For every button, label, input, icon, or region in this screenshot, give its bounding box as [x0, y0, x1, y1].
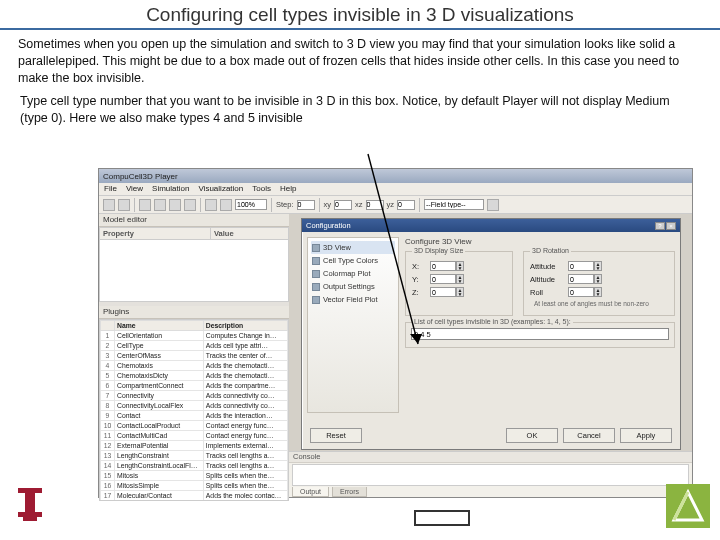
dialog-titlebar[interactable]: Configuration ?× — [302, 219, 680, 232]
nav-output[interactable]: Output Settings — [311, 280, 395, 293]
plugin-row[interactable]: 8ConnectivityLocalFlexAdds connectivity … — [101, 401, 288, 411]
dialog-close-icon[interactable]: × — [666, 222, 676, 230]
plugin-row[interactable]: 5ChemotaxisDictyAdds the chemotacti… — [101, 371, 288, 381]
plugin-row[interactable]: 12ExternalPotentialImplements external… — [101, 441, 288, 451]
app-title: CompuCell3D Player — [103, 172, 178, 181]
plugin-row[interactable]: 15MitosisSplits cells when the… — [101, 471, 288, 481]
y-spinner[interactable]: ▲▼ — [456, 274, 464, 284]
plugin-row[interactable]: 6CompartmentConnectAdds the compartme… — [101, 381, 288, 391]
plugin-row[interactable]: 3CenterOfMassTracks the center of… — [101, 351, 288, 361]
rotation-group: 3D Rotation Attitude▲▼ Altitude▲▼ Roll▲▼… — [523, 251, 675, 316]
step-label: Step: — [276, 200, 294, 209]
x-field[interactable] — [430, 261, 456, 271]
invisible-types-input[interactable] — [411, 328, 669, 340]
nav-vector[interactable]: Vector Field Plot — [311, 293, 395, 306]
console-body — [292, 464, 689, 486]
ok-button[interactable]: OK — [506, 428, 558, 443]
zoom-field[interactable] — [235, 199, 267, 210]
page-title: Configuring cell types invisible in 3 D … — [146, 4, 574, 25]
step-field[interactable] — [297, 200, 315, 210]
menu-view[interactable]: View — [126, 184, 143, 194]
palette-icon — [312, 257, 320, 265]
xy-label: xy — [324, 200, 332, 209]
plugin-row[interactable]: 1CellOrientationComputes Change in… — [101, 331, 288, 341]
roll-spinner[interactable]: ▲▼ — [594, 287, 602, 297]
z-spinner[interactable]: ▲▼ — [456, 287, 464, 297]
menu-tools[interactable]: Tools — [252, 184, 271, 194]
plugin-row[interactable]: 17Molecular/ContactAdds the molec contac… — [101, 491, 288, 501]
plugin-row[interactable]: 2CellTypeAdds cell type attri… — [101, 341, 288, 351]
highlight-box — [414, 510, 470, 526]
disk-icon — [312, 283, 320, 291]
plugin-row[interactable]: 16MitosisSimpleSplits cells when the… — [101, 481, 288, 491]
pause-icon[interactable] — [169, 199, 181, 211]
altitude-field[interactable] — [568, 274, 594, 284]
menu-simulation[interactable]: Simulation — [152, 184, 189, 194]
menubar[interactable]: File View Simulation Visualization Tools… — [99, 183, 692, 196]
gradient-icon — [312, 270, 320, 278]
menu-file[interactable]: File — [104, 184, 117, 194]
open-icon[interactable] — [103, 199, 115, 211]
menu-help[interactable]: Help — [280, 184, 296, 194]
dialog-help-icon[interactable]: ? — [655, 222, 665, 230]
left-column: Model editor PropertyValue Plugins NameD… — [99, 214, 289, 497]
plugin-row[interactable]: 14LengthConstraintLocalFl…Tracks cell le… — [101, 461, 288, 471]
plugin-row[interactable]: 10ContactLocalProductContact energy func… — [101, 421, 288, 431]
y-field[interactable] — [430, 274, 456, 284]
plugin-row[interactable]: 18NeighborStickTracks the center of… — [101, 501, 288, 502]
plugin-row[interactable]: 4ChemotaxisAdds the chemotacti… — [101, 361, 288, 371]
save-icon[interactable] — [118, 199, 130, 211]
xz-field[interactable] — [366, 200, 384, 210]
property-table: PropertyValue — [99, 227, 289, 240]
console-header: Console — [289, 452, 692, 463]
prop-col-property: Property — [100, 228, 211, 240]
invisible-types-group: List of cell types invisible in 3D (exam… — [405, 322, 675, 348]
attitude-field[interactable] — [568, 261, 594, 271]
errors-tab[interactable]: Errors — [332, 487, 367, 497]
menu-visualization[interactable]: Visualization — [198, 184, 243, 194]
stop-icon[interactable] — [184, 199, 196, 211]
attitude-spinner[interactable]: ▲▼ — [594, 261, 602, 271]
invisible-group-title: List of cell types invisible in 3D (exam… — [412, 318, 573, 325]
yz-label: yz — [387, 200, 395, 209]
step-icon[interactable] — [154, 199, 166, 211]
plugin-list[interactable]: NameDescription 1CellOrientationComputes… — [99, 319, 289, 501]
cancel-button[interactable]: Cancel — [563, 428, 615, 443]
plugins-panel: Plugins NameDescription 1CellOrientation… — [99, 306, 289, 501]
yz-field[interactable] — [397, 200, 415, 210]
x-spinner[interactable]: ▲▼ — [456, 261, 464, 271]
main-canvas: Configuration ?× 3D View Cell Type Color… — [289, 214, 692, 451]
intro-paragraph-2: Type cell type number that you want to b… — [20, 93, 680, 127]
roll-field[interactable] — [568, 287, 594, 297]
camera-icon[interactable] — [487, 199, 499, 211]
nav-cell-colors[interactable]: Cell Type Colors — [311, 254, 395, 267]
y-label: Y: — [412, 275, 426, 284]
play-icon[interactable] — [139, 199, 151, 211]
output-tab[interactable]: Output — [292, 487, 329, 497]
xy-field[interactable] — [334, 200, 352, 210]
size-group-title: 3D Display Size — [412, 247, 465, 254]
nav-3d-view[interactable]: 3D View — [311, 241, 395, 254]
plugin-row[interactable]: 13LengthConstraintTracks cell lengths a… — [101, 451, 288, 461]
plugin-row[interactable]: 7ConnectivityAdds connectivity co… — [101, 391, 288, 401]
reset-button[interactable]: Reset — [310, 428, 362, 443]
field-type-combo[interactable] — [424, 199, 484, 210]
apply-button[interactable]: Apply — [620, 428, 672, 443]
nav-colormap[interactable]: Colormap Plot — [311, 267, 395, 280]
plugins-header: Plugins — [99, 306, 289, 319]
roll-label: Roll — [530, 288, 564, 297]
dialog-nav[interactable]: 3D View Cell Type Colors Colormap Plot O… — [307, 237, 399, 413]
z-field[interactable] — [430, 287, 456, 297]
dialog-title: Configuration — [306, 221, 351, 230]
dialog-main-title: Configure 3D View — [405, 237, 675, 246]
app-titlebar: CompuCell3D Player — [99, 169, 692, 183]
intro-paragraph-1: Sometimes when you open up the simulatio… — [18, 36, 702, 87]
property-body — [99, 240, 289, 302]
zoom-out-icon[interactable] — [220, 199, 232, 211]
zoom-in-icon[interactable] — [205, 199, 217, 211]
plugin-row[interactable]: 9ContactAdds the interaction… — [101, 411, 288, 421]
altitude-spinner[interactable]: ▲▼ — [594, 274, 602, 284]
z-label: Z: — [412, 288, 426, 297]
toolbar: Step: xy xz yz — [99, 196, 692, 214]
plugin-row[interactable]: 11ContactMultiCadContact energy func… — [101, 431, 288, 441]
